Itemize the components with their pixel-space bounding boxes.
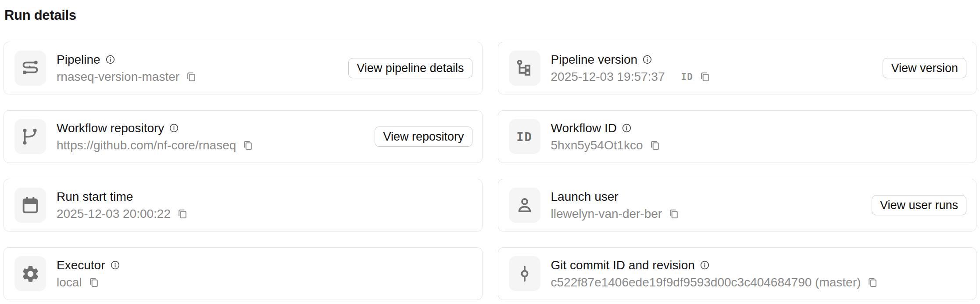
info-icon[interactable]	[700, 260, 710, 270]
copy-icon[interactable]	[649, 139, 661, 151]
id-icon: ID	[516, 130, 533, 144]
icon-tile: ID	[509, 119, 540, 154]
copy-icon[interactable]	[242, 139, 254, 151]
info-icon[interactable]	[105, 54, 115, 65]
icon-tile	[14, 188, 46, 223]
copy-icon[interactable]	[866, 276, 878, 288]
icon-tile	[14, 256, 46, 291]
run-details-page: Run details Pipeline	[0, 7, 980, 300]
card-value: llewelyn-van-der-ber	[551, 207, 662, 221]
card-label: Run start time	[57, 190, 133, 203]
card-value: 2025-12-03 20:00:22	[57, 207, 171, 221]
pipeline-version-icon	[515, 58, 535, 78]
card-label: Workflow ID	[551, 122, 617, 135]
git-commit-icon	[515, 264, 535, 284]
card-executor: Executor local	[4, 247, 483, 300]
card-value: local	[57, 276, 82, 289]
calendar-icon	[20, 195, 40, 215]
card-git-commit: Git commit ID and revision c522f87e1406e…	[498, 247, 977, 300]
git-branch-icon	[20, 127, 40, 147]
card-value: c522f87e1406ede19f9df9593d00c3c404684790…	[551, 276, 861, 289]
copy-icon[interactable]	[185, 71, 197, 83]
pipeline-icon	[20, 58, 40, 78]
card-value: 2025-12-03 19:57:37	[551, 70, 665, 83]
card-value: rnaseq-version-master	[57, 70, 179, 83]
card-workflow-id: ID Workflow ID 5hxn5y54Ot1kco	[498, 110, 977, 163]
card-pipeline-version: Pipeline version 2025-12-03 19:57:37 ID	[498, 42, 977, 94]
view-pipeline-details-button[interactable]: View pipeline details	[348, 58, 472, 78]
card-label: Launch user	[551, 190, 619, 203]
icon-tile	[509, 256, 540, 291]
card-label: Pipeline	[57, 53, 100, 66]
icon-tile	[14, 51, 46, 86]
card-label: Executor	[57, 259, 105, 272]
info-icon[interactable]	[110, 260, 120, 270]
info-icon[interactable]	[642, 54, 652, 65]
view-version-button[interactable]: View version	[883, 58, 966, 78]
copy-icon[interactable]	[699, 71, 711, 83]
info-icon[interactable]	[169, 123, 179, 133]
copy-icon[interactable]	[176, 208, 188, 220]
copy-icon[interactable]	[668, 208, 680, 220]
card-launch-user: Launch user llewelyn-van-der-ber View us…	[498, 179, 977, 232]
copy-icon[interactable]	[88, 276, 100, 288]
card-workflow-repository: Workflow repository https://github.com/n…	[4, 110, 483, 163]
view-user-runs-button[interactable]: View user runs	[872, 195, 966, 215]
card-label: Pipeline version	[551, 53, 638, 66]
view-repository-button[interactable]: View repository	[375, 127, 472, 147]
card-label: Workflow repository	[57, 122, 164, 135]
gear-icon	[21, 264, 40, 284]
id-badge-icon: ID	[681, 70, 693, 83]
icon-tile	[14, 119, 46, 154]
info-icon[interactable]	[622, 123, 632, 133]
page-title: Run details	[4, 7, 976, 23]
card-run-start-time: Run start time 2025-12-03 20:00:22	[4, 179, 483, 232]
run-details-grid: Pipeline rnaseq-version-master	[4, 42, 976, 300]
card-value: 5hxn5y54Ot1kco	[551, 139, 643, 152]
card-value: https://github.com/nf-core/rnaseq	[57, 139, 236, 152]
user-icon	[515, 195, 535, 215]
icon-tile	[509, 188, 540, 223]
card-pipeline: Pipeline rnaseq-version-master	[4, 42, 483, 94]
icon-tile	[509, 51, 540, 86]
card-label: Git commit ID and revision	[551, 259, 695, 272]
